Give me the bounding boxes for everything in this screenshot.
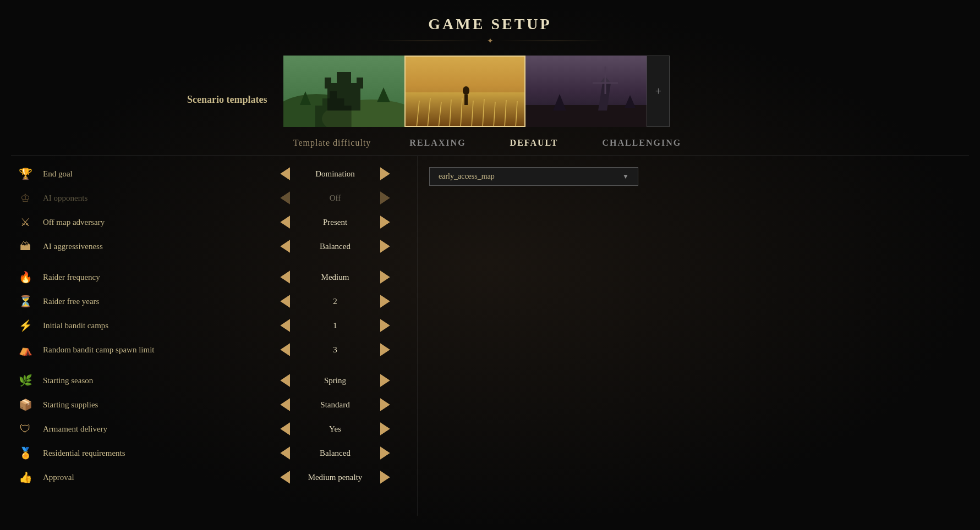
starting-supplies-icon: 📦 [17,396,34,413]
header: GAME SETUP ✦ [0,0,980,51]
ai-aggressiveness-icon: 🏔 [17,238,34,255]
raider-frequency-next-btn[interactable] [380,270,390,284]
scenario-thumb-2[interactable] [404,56,525,127]
armament-delivery-label: Armament delivery [43,424,255,434]
initial-bandit-camps-value: 1 [297,321,374,330]
scenario-label: Scenario templates [187,56,283,106]
map-select-dropdown[interactable]: early_access_map ▼ [429,167,638,186]
starting-supplies-next-btn[interactable] [380,398,390,411]
initial-bandit-camps-prev-btn[interactable] [280,319,290,332]
ai-aggressiveness-label: AI aggressiveness [43,242,255,251]
ai-opponents-control: Off [264,191,407,205]
residential-requirements-label: Residential requirements [43,449,255,458]
raider-free-years-value: 2 [297,297,374,306]
scenario-thumb-3[interactable] [525,56,647,127]
raider-frequency-prev-btn[interactable] [280,270,290,284]
starting-season-control: Spring [264,374,407,387]
ai-opponents-label: AI opponents [43,194,255,203]
raider-free-years-next-btn[interactable] [380,295,390,308]
random-bandit-spawn-control: 3 [264,343,407,356]
random-bandit-spawn-value: 3 [297,345,374,355]
svg-rect-24 [525,105,647,127]
divider-line-right [498,41,608,41]
setting-row-residential-requirements: 🏅 Residential requirements Balanced [0,441,418,465]
difficulty-default[interactable]: DEFAULT [505,136,564,150]
raider-frequency-icon: 🔥 [17,268,34,286]
random-bandit-spawn-next-btn[interactable] [380,343,390,356]
svg-rect-6 [337,72,351,89]
ai-opponents-next-btn[interactable] [380,191,390,205]
approval-next-btn[interactable] [380,471,390,484]
residential-requirements-prev-btn[interactable] [280,446,290,460]
scenario-thumb-1[interactable] [283,56,404,127]
scenario-section: Scenario templates [0,56,980,127]
residential-requirements-value: Balanced [297,449,374,458]
off-map-adversary-icon: ⚔ [17,213,34,231]
svg-point-21 [463,86,469,95]
armament-delivery-value: Yes [297,424,374,434]
raider-free-years-icon: ⏳ [17,292,34,310]
group-separator-2 [0,362,418,368]
random-bandit-spawn-label: Random bandit camp spawn limit [43,345,255,355]
setting-row-starting-supplies: 📦 Starting supplies Standard [0,393,418,417]
armament-delivery-icon: 🛡 [17,420,34,438]
armament-delivery-prev-btn[interactable] [280,422,290,435]
svg-rect-22 [464,95,468,105]
end-goal-value: Domination [297,169,374,179]
setting-row-starting-season: 🌿 Starting season Spring [0,368,418,393]
starting-supplies-value: Standard [297,400,374,410]
off-map-adversary-prev-btn[interactable] [280,216,290,229]
starting-supplies-label: Starting supplies [43,400,255,410]
initial-bandit-camps-icon: ⚡ [17,317,34,334]
group-separator-1 [0,258,418,265]
ai-aggressiveness-prev-btn[interactable] [280,240,290,253]
difficulty-challenging[interactable]: CHALLENGING [596,136,687,150]
starting-season-value: Spring [297,376,374,385]
page-wrapper: GAME SETUP ✦ Scenario templates [0,0,980,530]
main-content: 🏆 End goal Domination ♔ AI opponents Off [0,156,980,516]
setting-row-raider-free-years: ⏳ Raider free years 2 [0,289,418,313]
ai-opponents-value: Off [297,194,374,203]
starting-season-label: Starting season [43,376,255,385]
setting-row-armament-delivery: 🛡 Armament delivery Yes [0,417,418,441]
end-goal-prev-btn[interactable] [280,167,290,180]
end-goal-next-btn[interactable] [380,167,390,180]
raider-frequency-value: Medium [297,273,374,282]
divider-line-left [373,41,483,41]
svg-rect-5 [357,78,363,89]
starting-season-prev-btn[interactable] [280,374,290,387]
random-bandit-spawn-prev-btn[interactable] [280,343,290,356]
thumb-canvas-1 [283,56,404,127]
raider-free-years-control: 2 [264,295,407,308]
residential-requirements-next-btn[interactable] [380,446,390,460]
setting-row-approval: 👍 Approval Medium penalty [0,465,418,489]
approval-prev-btn[interactable] [280,471,290,484]
random-bandit-spawn-icon: ⛺ [17,341,34,358]
off-map-adversary-next-btn[interactable] [380,216,390,229]
divider-icon: ✦ [487,36,494,46]
ai-opponents-prev-btn[interactable] [280,191,290,205]
initial-bandit-camps-next-btn[interactable] [380,319,390,332]
map-select-arrow: ▼ [622,173,629,181]
raider-free-years-prev-btn[interactable] [280,295,290,308]
right-panel: early_access_map ▼ [418,156,980,516]
off-map-adversary-label: Off map adversary [43,218,255,227]
scenario-thumbnails: + [283,56,670,127]
difficulty-label: Template difficulty [293,138,371,148]
ai-opponents-icon: ♔ [17,189,34,207]
ai-aggressiveness-next-btn[interactable] [380,240,390,253]
raider-frequency-control: Medium [264,270,407,284]
page-title: GAME SETUP [0,15,980,33]
difficulty-relaxing[interactable]: RELAXING [404,136,471,150]
starting-season-next-btn[interactable] [380,374,390,387]
residential-requirements-icon: 🏅 [17,444,34,462]
initial-bandit-camps-label: Initial bandit camps [43,321,255,330]
armament-delivery-next-btn[interactable] [380,422,390,435]
starting-supplies-prev-btn[interactable] [280,398,290,411]
plus-icon: + [655,85,661,98]
end-goal-control: Domination [264,167,407,180]
thumb-svg-2 [406,57,524,126]
ai-aggressiveness-control: Balanced [264,240,407,253]
scenario-next-btn[interactable]: + [647,56,670,127]
setting-row-ai-aggressiveness: 🏔 AI aggressiveness Balanced [0,234,418,258]
